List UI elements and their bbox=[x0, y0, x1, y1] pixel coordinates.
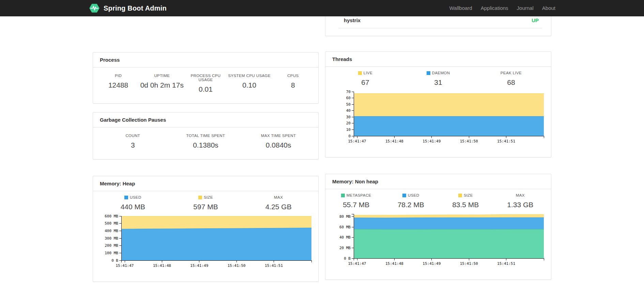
stat-label: DAEMON bbox=[402, 71, 475, 75]
stat-count: COUNT3 bbox=[96, 134, 169, 150]
svg-text:15:41:48: 15:41:48 bbox=[385, 139, 403, 143]
stat-metaspace: METASPACE55.7 MB bbox=[329, 193, 384, 209]
svg-text:100 MB: 100 MB bbox=[105, 251, 118, 255]
nav-item-wallboard[interactable]: Wallboard bbox=[449, 0, 472, 16]
brand-title: Spring Boot Admin bbox=[104, 4, 167, 12]
legend-swatch-icon bbox=[124, 196, 128, 199]
svg-text:200 MB: 200 MB bbox=[105, 243, 118, 248]
stat-label: MAX bbox=[242, 195, 315, 199]
svg-text:0 B: 0 B bbox=[111, 258, 118, 263]
process-panel: Process PID12488UPTIME0d 0h 2m 17sPROCES… bbox=[93, 52, 319, 104]
svg-text:15:41:47: 15:41:47 bbox=[348, 139, 366, 143]
stat-system-cpu-usage: SYSTEM CPU USAGE0.10 bbox=[228, 74, 271, 94]
legend-swatch-icon bbox=[458, 194, 462, 197]
threads-chart: 01020304050607015:41:4715:41:4815:41:491… bbox=[325, 87, 551, 157]
svg-text:10: 10 bbox=[346, 127, 351, 132]
gc-stats-row: COUNT3TOTAL TIME SPENT0.1380sMAX TIME SP… bbox=[93, 127, 318, 159]
stat-daemon: DAEMON31 bbox=[402, 71, 475, 87]
stat-total-time-spent: TOTAL TIME SPENT0.1380s bbox=[169, 134, 242, 150]
svg-text:15:41:49: 15:41:49 bbox=[423, 139, 441, 143]
svg-text:15:41:51: 15:41:51 bbox=[497, 261, 515, 266]
stat-label: UPTIME bbox=[140, 74, 184, 78]
svg-text:15:41:50: 15:41:50 bbox=[460, 261, 478, 266]
svg-text:50: 50 bbox=[346, 102, 351, 107]
stat-label: PROCESS CPU USAGE bbox=[184, 74, 227, 82]
svg-text:15:41:47: 15:41:47 bbox=[348, 261, 366, 266]
legend-swatch-icon bbox=[341, 194, 345, 197]
stat-label: MAX bbox=[493, 193, 548, 197]
memory-heap-chart: 0 B100 MB200 MB300 MB400 MB500 MB600 MB1… bbox=[93, 211, 318, 282]
area-chart-threads: 01020304050607015:41:4715:41:4815:41:491… bbox=[329, 90, 547, 148]
memory-heap-panel: Memory: Heap USED440 MBSIZE597 MBMAX4.25… bbox=[93, 176, 319, 282]
left-column-spacer bbox=[93, 16, 319, 52]
threads-panel-title: Threads bbox=[325, 52, 551, 67]
application-name: hystrix bbox=[344, 17, 361, 23]
stat-max: MAX4.25 GB bbox=[242, 195, 315, 211]
stat-size: SIZE83.5 MB bbox=[438, 193, 493, 209]
nav-item-journal[interactable]: Journal bbox=[517, 0, 534, 16]
svg-text:0: 0 bbox=[348, 134, 351, 138]
process-stats-row: PID12488UPTIME0d 0h 2m 17sPROCESS CPU US… bbox=[93, 67, 318, 103]
stat-label: SIZE bbox=[169, 195, 242, 199]
stat-value: 8 bbox=[271, 81, 315, 90]
stat-label: SYSTEM CPU USAGE bbox=[228, 74, 271, 78]
pulse-hexagon-logo-icon bbox=[89, 2, 100, 14]
stat-live: LIVE67 bbox=[329, 71, 402, 87]
svg-text:300 MB: 300 MB bbox=[105, 236, 118, 241]
memory-nonheap-panel: Memory: Non heap METASPACE55.7 MBUSED78.… bbox=[325, 174, 551, 280]
stat-label: LIVE bbox=[329, 71, 402, 75]
svg-text:60 MB: 60 MB bbox=[339, 225, 351, 229]
stat-value: 78.2 MB bbox=[384, 200, 439, 209]
brand-link[interactable]: Spring Boot Admin bbox=[89, 2, 167, 14]
stat-value: 0.0840s bbox=[242, 141, 315, 150]
legend-swatch-icon bbox=[358, 71, 362, 75]
stat-value: 83.5 MB bbox=[438, 200, 493, 209]
stat-process-cpu-usage: PROCESS CPU USAGE0.01 bbox=[184, 74, 227, 94]
svg-text:15:41:47: 15:41:47 bbox=[116, 263, 134, 268]
svg-text:15:41:49: 15:41:49 bbox=[423, 261, 441, 266]
svg-text:15:41:50: 15:41:50 bbox=[460, 139, 478, 143]
svg-text:80 MB: 80 MB bbox=[339, 214, 351, 219]
legend-swatch-icon bbox=[427, 71, 430, 75]
stat-value: 1.33 GB bbox=[493, 200, 548, 209]
top-navbar: Spring Boot Admin WallboardApplicationsJ… bbox=[0, 0, 644, 16]
main-content: Process PID12488UPTIME0d 0h 2m 17sPROCES… bbox=[93, 16, 551, 282]
stat-value: 67 bbox=[329, 78, 402, 87]
stat-value: 597 MB bbox=[169, 202, 242, 211]
stat-label: METASPACE bbox=[329, 193, 384, 197]
stat-value: 0.10 bbox=[228, 81, 271, 90]
svg-text:15:41:51: 15:41:51 bbox=[497, 139, 515, 143]
process-panel-title: Process bbox=[93, 52, 318, 67]
svg-text:15:41:50: 15:41:50 bbox=[227, 263, 245, 268]
stat-label: PEAK LIVE bbox=[475, 71, 548, 75]
nav-item-applications[interactable]: Applications bbox=[481, 0, 508, 16]
stat-value: 440 MB bbox=[96, 202, 169, 211]
stat-cpus: CPUS8 bbox=[271, 74, 315, 94]
memory-nonheap-chart: 0 B20 MB40 MB60 MB80 MB15:41:4715:41:481… bbox=[325, 209, 551, 279]
svg-text:600 MB: 600 MB bbox=[105, 214, 118, 218]
stat-label: COUNT bbox=[96, 134, 169, 138]
stat-label: TOTAL TIME SPENT bbox=[169, 134, 242, 138]
stat-used: USED440 MB bbox=[96, 195, 169, 211]
gc-pauses-panel: Garbage Collection Pauses COUNT3TOTAL TI… bbox=[93, 112, 319, 159]
svg-text:30: 30 bbox=[346, 115, 351, 119]
stat-max-time-spent: MAX TIME SPENT0.0840s bbox=[242, 134, 315, 150]
stat-value: 4.25 GB bbox=[242, 202, 315, 211]
svg-text:20: 20 bbox=[346, 121, 351, 125]
svg-text:70: 70 bbox=[346, 90, 351, 94]
stat-peak-live: PEAK LIVE68 bbox=[475, 71, 548, 87]
svg-text:60: 60 bbox=[346, 96, 351, 100]
svg-text:15:41:49: 15:41:49 bbox=[190, 263, 208, 268]
threads-stats-row: LIVE67DAEMON31PEAK LIVE68 bbox=[325, 67, 551, 87]
stat-label: SIZE bbox=[438, 193, 493, 197]
stat-value: 3 bbox=[96, 141, 169, 150]
svg-text:40: 40 bbox=[346, 108, 351, 113]
nav-item-about[interactable]: About bbox=[542, 0, 555, 16]
stat-max: MAX1.33 GB bbox=[493, 193, 548, 209]
svg-text:40 MB: 40 MB bbox=[339, 235, 351, 240]
legend-swatch-icon bbox=[198, 196, 202, 199]
stat-used: USED78.2 MB bbox=[384, 193, 439, 209]
memory-nonheap-stats-row: METASPACE55.7 MBUSED78.2 MBSIZE83.5 MBMA… bbox=[325, 189, 551, 209]
stat-value: 0.1380s bbox=[169, 141, 242, 150]
stat-value: 31 bbox=[402, 78, 475, 87]
